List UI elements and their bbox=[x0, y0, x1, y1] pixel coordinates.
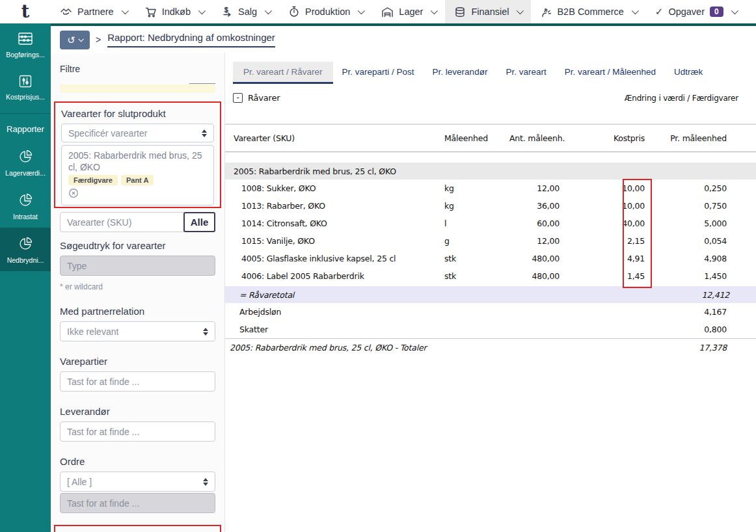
cell-sku: 1008: Sukker, ØKO bbox=[225, 183, 444, 193]
order-label: Ordre bbox=[60, 456, 215, 467]
nav-produktion[interactable]: Produktion bbox=[279, 0, 372, 23]
lots-label: Varepartier bbox=[60, 356, 215, 367]
nav-lager[interactable]: Lager bbox=[372, 0, 445, 23]
tab-pr-leverandoer[interactable]: Pr. leverandør bbox=[424, 62, 497, 84]
cart-icon bbox=[145, 7, 157, 18]
chevron-down-icon bbox=[358, 7, 365, 14]
raw-total-row: = Råvaretotal 12,412 bbox=[225, 286, 756, 303]
cell-qty: 480,00 bbox=[509, 254, 560, 263]
top-navigation: t Partnere Indkøb $ Salg P bbox=[0, 0, 756, 23]
select-value: Specificér varearter bbox=[68, 128, 147, 139]
nav-label: Lager bbox=[399, 7, 423, 17]
cell-sku: 4006: Label 2005 Rabarberdrik bbox=[225, 271, 444, 281]
supplier-label: Leverandør bbox=[60, 406, 215, 417]
b2b-commerce-icon bbox=[540, 7, 552, 18]
col-header-qty: Ant. måleenh. bbox=[509, 133, 560, 143]
highlighted-filter-fragment bbox=[60, 85, 215, 93]
filters-heading: Filtre bbox=[60, 64, 215, 74]
cell-per: 5,000 bbox=[645, 219, 727, 228]
nav-b2b-commerce[interactable]: B2B Commerce bbox=[531, 0, 645, 23]
collapse-icon[interactable]: - bbox=[233, 93, 243, 103]
supplier-input[interactable] bbox=[60, 421, 215, 442]
search-expr-input[interactable] bbox=[60, 256, 215, 276]
history-split-button[interactable]: ↺ bbox=[60, 31, 90, 49]
taxes-row: Skatter 0,800 bbox=[225, 321, 756, 338]
nav-finansiel[interactable]: Finansiel bbox=[445, 0, 531, 23]
cell-unit: stk bbox=[444, 271, 509, 281]
sidebar-item-bogfoerings[interactable]: Bogførings... bbox=[0, 23, 51, 66]
nav-label: Partnere bbox=[77, 7, 114, 17]
partner-relation-select[interactable]: Ikke relevant bbox=[60, 321, 215, 341]
taxes-value: 0,800 bbox=[704, 325, 727, 334]
history-icon: ↺ bbox=[67, 35, 75, 45]
table-row: 1014: Citronsaft, ØKO l 60,00 40,00 5,00… bbox=[225, 215, 756, 232]
order-search-input[interactable] bbox=[60, 493, 215, 513]
raavarer-section-header: - Råvarer Ændring i værdi / Færdigvarer bbox=[233, 93, 738, 103]
grand-total-value: 17,378 bbox=[699, 343, 727, 352]
group-title: 2005: Rabarberdrik med brus, 25 cl, ØKO bbox=[225, 166, 756, 176]
wildcard-note: * er wildcard bbox=[60, 282, 215, 291]
chevron-down-icon bbox=[78, 36, 83, 42]
pie-chart-icon bbox=[18, 236, 33, 253]
table-header: Varearter (SKU) Måleenhed Ant. måleenh. … bbox=[225, 125, 756, 152]
nav-label: Indkøb bbox=[162, 7, 191, 17]
cell-per: 1,450 bbox=[645, 271, 727, 281]
remove-item-icon[interactable] bbox=[68, 188, 207, 201]
sidebar: Bogførings... Kostprisjus... Rapporter L… bbox=[0, 23, 51, 532]
app-logo[interactable]: t bbox=[0, 0, 51, 23]
cell-qty: 12,00 bbox=[509, 183, 560, 193]
cell-cost: 2,15 bbox=[560, 236, 645, 246]
chevron-down-icon bbox=[517, 7, 524, 14]
product-types-select[interactable]: Specificér varearter bbox=[61, 124, 214, 142]
taxes-label: Skatter bbox=[239, 325, 268, 334]
col-header-cost: Kostpris bbox=[560, 133, 645, 143]
report-content: Pr. vareart / Råvarer Pr. vareparti / Po… bbox=[225, 53, 756, 532]
cell-cost: 4,91 bbox=[560, 254, 645, 263]
tab-pr-vareparti-post[interactable]: Pr. vareparti / Post bbox=[333, 62, 424, 84]
nav-menu: Partnere Indkøb $ Salg Produktion bbox=[51, 0, 746, 23]
title-bar: ↺ > Rapport: Nedbrydning af omkostninger bbox=[51, 26, 756, 53]
raw-total-value: 12,412 bbox=[701, 290, 729, 300]
warehouse-icon bbox=[381, 7, 394, 18]
search-expr-label: Søgeudtryk for varearter bbox=[60, 240, 215, 251]
chevron-down-icon bbox=[198, 7, 206, 14]
tab-udtraek[interactable]: Udtræk bbox=[665, 62, 712, 84]
tab-pr-vareart-maaleenhed[interactable]: Pr. vareart / Måleenhed bbox=[556, 62, 665, 84]
chevron-down-icon bbox=[632, 7, 639, 14]
cell-sku: 1015: Vanilje, ØKO bbox=[225, 236, 444, 246]
select-value: Ikke relevant bbox=[67, 326, 118, 337]
nav-indkoeb[interactable]: Indkøb bbox=[136, 0, 213, 23]
sidebar-item-nedbrydning[interactable]: Nedbrydni... bbox=[0, 228, 51, 271]
cell-qty: 36,00 bbox=[509, 201, 560, 211]
order-select[interactable]: [ Alle ] bbox=[60, 472, 215, 492]
col-header-unit: Måleenhed bbox=[444, 133, 509, 143]
table-row: 1015: Vanilje, ØKO g 12,00 2,15 0,054 bbox=[225, 232, 756, 250]
chevron-down-icon bbox=[431, 7, 438, 14]
tag-faerdigvare: Færdigvare bbox=[68, 175, 118, 185]
tab-pr-vareart[interactable]: Pr. vareart bbox=[496, 62, 555, 84]
sidebar-item-lagervaerdi[interactable]: Lagerværdi... bbox=[0, 140, 51, 184]
nav-salg[interactable]: $ Salg bbox=[213, 0, 279, 23]
nav-label: Salg bbox=[238, 7, 257, 17]
breadcrumb-chevron-icon: > bbox=[96, 34, 101, 45]
sku-filter-row: Alle bbox=[60, 212, 215, 232]
nav-label: Produktion bbox=[305, 7, 350, 17]
table-row: 1008: Sukker, ØKO kg 12,00 10,00 0,250 bbox=[225, 180, 756, 197]
section-right-note: Ændring i værdi / Færdigvarer bbox=[625, 94, 738, 103]
check-icon: ✓ bbox=[655, 6, 664, 18]
sku-input[interactable] bbox=[60, 212, 184, 232]
nav-partnere[interactable]: Partnere bbox=[51, 0, 136, 23]
sidebar-item-intrastat[interactable]: Intrastat bbox=[0, 184, 51, 228]
nav-label: Opgaver bbox=[668, 7, 705, 17]
lots-input[interactable] bbox=[60, 371, 215, 392]
selected-product-box: 2005: Rabarberdrik med brus, 25 cl, ØKO … bbox=[61, 145, 214, 206]
coins-icon bbox=[454, 7, 466, 18]
select-value: [ Alle ] bbox=[67, 477, 92, 487]
nav-label: Finansiel bbox=[471, 7, 509, 17]
tab-pr-vareart-raavarer[interactable]: Pr. vareart / Råvarer bbox=[233, 62, 333, 84]
all-button[interactable]: Alle bbox=[183, 212, 215, 232]
nav-opgaver[interactable]: ✓ Opgaver 0 bbox=[646, 0, 746, 23]
cell-per: 4,908 bbox=[645, 254, 727, 263]
sidebar-item-kostprisjus[interactable]: Kostprisjus... bbox=[0, 66, 51, 108]
cell-per: 0,054 bbox=[645, 236, 727, 246]
